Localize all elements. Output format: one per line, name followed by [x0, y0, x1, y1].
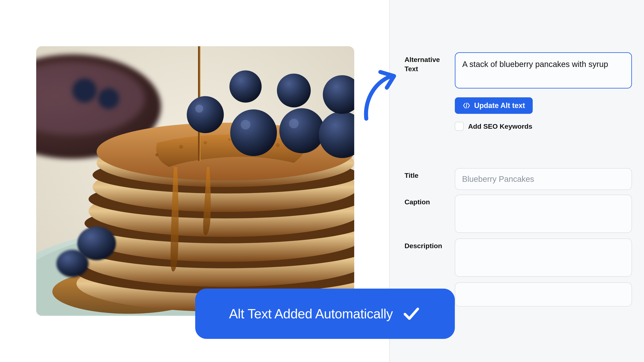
svg-point-4 [98, 88, 119, 109]
toast-message: Alt Text Added Automatically [229, 306, 393, 321]
svg-point-29 [230, 109, 277, 156]
svg-point-3 [72, 78, 96, 103]
caption-label: Caption [404, 195, 455, 207]
update-alt-text-label: Update Alt text [474, 101, 525, 110]
svg-point-34 [230, 70, 262, 103]
arrow-icon [360, 68, 396, 121]
title-label: Title [404, 168, 455, 180]
image-metadata-form: Alternative Text Update Alt text Add SEO… [404, 52, 632, 307]
caption-input[interactable] [455, 195, 632, 233]
additional-field[interactable] [455, 282, 632, 307]
pancakes-illustration [36, 46, 354, 316]
seo-keywords-label: Add SEO Keywords [468, 122, 532, 130]
svg-point-28 [187, 96, 224, 133]
title-input[interactable] [455, 168, 632, 190]
description-label: Description [404, 239, 455, 251]
svg-point-37 [289, 119, 299, 128]
seo-keywords-checkbox[interactable] [455, 122, 464, 131]
image-preview [36, 46, 354, 316]
svg-point-30 [279, 108, 324, 153]
update-alt-text-button[interactable]: Update Alt text [455, 97, 533, 114]
svg-point-33 [277, 74, 311, 107]
svg-point-36 [241, 120, 250, 129]
svg-point-35 [195, 105, 203, 113]
check-icon [402, 304, 421, 323]
code-slash-icon [462, 102, 470, 110]
alt-text-label: Alternative Text [404, 52, 455, 74]
svg-point-39 [56, 250, 88, 277]
alt-text-input[interactable] [455, 52, 632, 88]
success-toast: Alt Text Added Automatically [195, 289, 455, 339]
description-input[interactable] [455, 239, 632, 277]
